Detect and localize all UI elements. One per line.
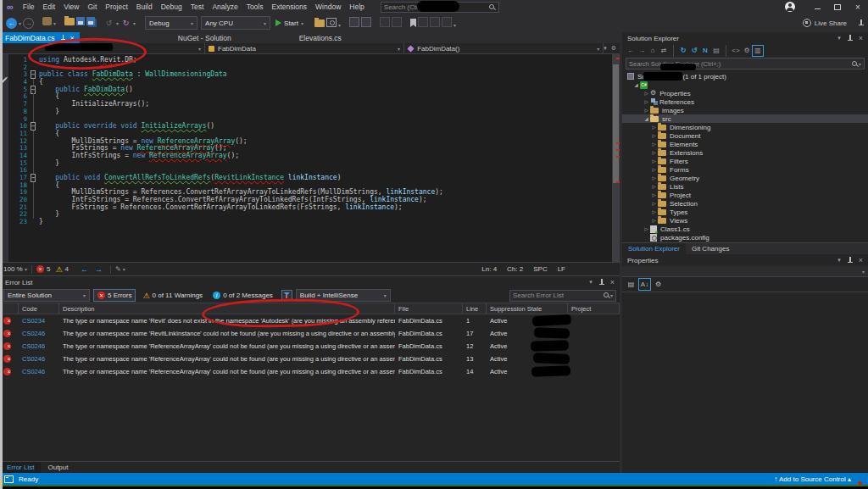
chevron-down-icon[interactable]: ▾	[589, 279, 593, 286]
menu-project[interactable]: Project	[101, 3, 131, 11]
chevron-down-icon[interactable]: ▾	[837, 35, 841, 42]
home-icon[interactable]: ⌂	[648, 46, 658, 56]
close-button[interactable]: ×	[848, 0, 868, 14]
type-dropdown[interactable]: FabDimData ▾	[205, 43, 404, 53]
properties-wrench-icon[interactable]: ⚙	[742, 46, 752, 56]
save-icon[interactable]	[76, 17, 85, 25]
collapsed-arrow-icon[interactable]: ▷	[650, 192, 658, 197]
code-line[interactable]: 3−public class FabDimData : WallDimensio…	[0, 71, 620, 79]
bookmark-icon[interactable]	[410, 19, 416, 27]
tree-item-elements[interactable]: ▷Elements	[622, 140, 868, 148]
menu-help[interactable]: Help	[345, 3, 368, 11]
member-dropdown[interactable]: FabDimData() ▾	[404, 43, 604, 53]
code-line[interactable]: 8 }	[0, 108, 620, 116]
sync-active-document-icon[interactable]: ↻	[678, 46, 688, 56]
column-header-project[interactable]: Project	[568, 303, 620, 314]
nav-back-icon[interactable]: ←	[6, 18, 17, 29]
tree-item-types[interactable]: ▷Types	[622, 208, 868, 216]
errors-filter-button[interactable]: × 5 Errors	[93, 289, 136, 302]
code-view-icon[interactable]: <>	[731, 46, 741, 56]
tree-item-lists[interactable]: ▷Lists	[622, 182, 868, 191]
column-header-line[interactable]: Line	[463, 303, 487, 314]
back-icon[interactable]: ←	[626, 46, 636, 56]
menu-view[interactable]: View	[59, 3, 83, 11]
navigate-forward-icon[interactable]: →	[95, 265, 103, 274]
collapsed-arrow-icon[interactable]: ▷	[650, 133, 658, 138]
chevron-down-icon[interactable]: ▾	[604, 45, 607, 52]
navigate-back-icon[interactable]: ←	[81, 265, 88, 274]
tree-item-views[interactable]: ▷Views	[622, 216, 868, 225]
menu-git[interactable]: Git	[83, 3, 101, 11]
zoom-dropdown[interactable]: 100 % ▾	[3, 265, 27, 273]
menu-debug[interactable]: Debug	[157, 3, 186, 11]
collapsed-arrow-icon[interactable]: ▷	[650, 125, 658, 130]
categorized-icon[interactable]: ▤	[626, 279, 637, 290]
scope-dropdown[interactable]: Entire Solution▾	[3, 289, 90, 302]
fold-collapse-icon[interactable]: −	[31, 70, 36, 79]
undo-icon[interactable]: ↺	[103, 18, 114, 29]
warnings-filter-button[interactable]: ⚠ 0 of 11 Warnings	[139, 290, 206, 301]
error-code[interactable]: CS0246	[19, 355, 59, 363]
gen-icon[interactable]	[349, 17, 359, 27]
pin-icon[interactable]	[846, 256, 854, 265]
collapsed-arrow-icon[interactable]: ▷	[650, 209, 658, 214]
code-line[interactable]: 10− public override void InitializeArray…	[0, 123, 620, 131]
collapsed-arrow-icon[interactable]: ▷	[643, 108, 650, 113]
menu-test[interactable]: Test	[186, 3, 209, 11]
code-line[interactable]: 23}	[0, 219, 620, 226]
column-header-file[interactable]: File	[395, 303, 463, 314]
fold-collapse-icon[interactable]: −	[31, 86, 36, 94]
gen-dim-icon[interactable]	[392, 17, 402, 27]
eol-indicator[interactable]: LF	[558, 265, 565, 273]
show-all-files-icon[interactable]: ▥	[753, 46, 763, 56]
switch-views-icon[interactable]: ⇄	[659, 46, 669, 56]
alphabetical-icon[interactable]: A↓	[639, 279, 650, 290]
start-debug-button[interactable]: Start ▾	[275, 19, 303, 27]
error-list-search-input[interactable]: Search Error List ▾	[509, 290, 616, 302]
bottom-tab-output[interactable]: Output	[41, 462, 75, 473]
notifications-bell-icon[interactable]	[856, 475, 860, 483]
collapsed-arrow-icon[interactable]: ▷	[650, 167, 658, 172]
gear-icon[interactable]: ⚙	[611, 45, 616, 52]
tree-item-class1-cs[interactable]: ▷Class1.cs	[622, 225, 868, 233]
collapsed-arrow-icon[interactable]: ▷	[650, 218, 658, 223]
collapsed-arrow-icon[interactable]: ▷	[643, 99, 650, 104]
error-row[interactable]: ×CS0246The type or namespace name 'Refer…	[0, 353, 620, 365]
tree-item-images[interactable]: ▷images	[622, 106, 868, 114]
fold-collapse-icon[interactable]: −	[31, 174, 36, 182]
open-folder-icon[interactable]	[314, 19, 325, 27]
close-icon[interactable]: ×	[859, 34, 863, 42]
tree-item-src[interactable]: ◢src	[622, 114, 868, 123]
gen-dim-icon[interactable]	[418, 17, 428, 27]
fold-collapse-icon[interactable]: −	[31, 122, 36, 131]
property-pages-icon[interactable]: ⚙	[653, 279, 664, 290]
panel-tab-solution-explorer[interactable]: Solution Explorer	[622, 243, 686, 254]
platform-dropdown[interactable]: Any CPU▾	[201, 16, 270, 30]
pin-icon[interactable]	[598, 278, 605, 287]
nuget-icon[interactable]: N	[700, 46, 710, 56]
expanded-arrow-icon[interactable]: ◢	[643, 116, 650, 121]
redo-icon[interactable]: ↻	[120, 18, 131, 29]
warning-count-icon[interactable]: ⚠	[55, 265, 62, 274]
gen-dim-icon[interactable]	[430, 17, 440, 27]
menu-window[interactable]: Window	[311, 3, 345, 11]
error-count[interactable]: 5	[47, 265, 50, 273]
tree-item-project[interactable]: ◢C#	[622, 81, 868, 89]
open-folder-icon[interactable]	[64, 18, 75, 25]
error-code[interactable]: CS0246	[19, 342, 59, 350]
save-all-icon[interactable]	[86, 17, 95, 25]
error-row[interactable]: ×CS0246The type or namespace name 'Refer…	[0, 340, 620, 353]
code-editor[interactable]: 1using Autodesk.Revit.DB;23−public class…	[0, 54, 620, 262]
refresh-icon[interactable]: ↺	[689, 46, 699, 56]
tree-item-filters[interactable]: ▷Filters	[622, 157, 868, 165]
column-indicator[interactable]: Ch: 2	[507, 265, 523, 273]
code-line[interactable]: 22 }	[0, 211, 620, 219]
nav-forward-icon[interactable]: →	[23, 18, 34, 29]
add-to-source-control-button[interactable]: ↑ Add to Source Control ▴	[774, 475, 851, 483]
tree-item-packages-config[interactable]: packages.config	[622, 233, 868, 242]
collapsed-arrow-icon[interactable]: ▷	[650, 175, 658, 181]
collapsed-arrow-icon[interactable]: ▷	[650, 158, 658, 164]
gen-icon[interactable]	[361, 17, 371, 27]
tree-item-properties[interactable]: ▷⚙Properties	[622, 89, 868, 97]
collapsed-arrow-icon[interactable]: ▷	[650, 142, 658, 147]
